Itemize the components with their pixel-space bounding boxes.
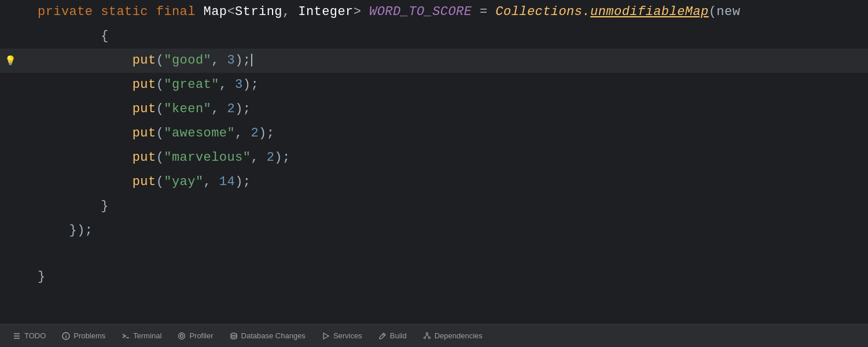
code-token-method-call: put bbox=[133, 102, 156, 116]
code-token-string: "yay" bbox=[164, 175, 203, 189]
todo-icon bbox=[13, 332, 21, 340]
code-token-plain: { bbox=[38, 29, 109, 43]
code-token-plain: ); bbox=[235, 175, 251, 189]
code-token-plain bbox=[38, 53, 133, 68]
code-token-method: unmodifiableMap bbox=[590, 5, 709, 19]
status-item-label-profiler: Profiler bbox=[189, 331, 213, 340]
code-token-number: 14 bbox=[219, 175, 235, 189]
code-token-number: 2 bbox=[267, 150, 275, 165]
db-changes-icon bbox=[230, 332, 238, 340]
dependencies-icon bbox=[423, 332, 431, 340]
code-token-plain: , bbox=[235, 126, 251, 141]
code-line: put("yay", 14); bbox=[0, 170, 868, 194]
code-token-plain: ( bbox=[156, 126, 164, 141]
code-line: put("keen", 2); bbox=[0, 97, 868, 121]
status-item-label-terminal: Terminal bbox=[133, 331, 161, 340]
status-item-db-changes[interactable]: Database Changes bbox=[222, 324, 314, 347]
code-line: private static final Map<String, Integer… bbox=[0, 0, 868, 24]
code-token-string: "awesome" bbox=[164, 126, 235, 141]
code-token-plain: < bbox=[227, 5, 235, 19]
code-token-plain bbox=[38, 175, 133, 189]
svg-point-7 bbox=[181, 334, 183, 337]
svg-text:i: i bbox=[65, 334, 67, 339]
code-token-plain: ); bbox=[274, 150, 290, 165]
code-line: put("awesome", 2); bbox=[0, 121, 868, 146]
svg-point-12 bbox=[424, 337, 425, 338]
code-token-plain: ); bbox=[259, 126, 274, 141]
code-line: }); bbox=[0, 219, 868, 243]
code-token-plain: , bbox=[211, 53, 227, 68]
code-token-plain: ); bbox=[235, 53, 251, 68]
status-item-dependencies[interactable]: Dependencies bbox=[415, 324, 491, 347]
code-token-plain: (new bbox=[709, 5, 741, 19]
status-item-problems[interactable]: iProblems bbox=[54, 324, 113, 347]
code-token-plain: ( bbox=[156, 77, 164, 92]
code-token-var-name: WORD_TO_SCORE bbox=[369, 5, 472, 19]
code-token-plain bbox=[38, 126, 133, 141]
svg-point-8 bbox=[231, 333, 237, 335]
code-token-method-call: put bbox=[133, 77, 156, 92]
build-icon bbox=[378, 332, 387, 340]
code-token-string: "marvelous" bbox=[164, 150, 251, 165]
status-item-todo[interactable]: TODO bbox=[5, 324, 54, 347]
code-token-kw: private static final bbox=[38, 5, 204, 19]
code-token-number: 2 bbox=[251, 126, 259, 141]
code-token-plain: , bbox=[204, 175, 219, 189]
code-token-plain: } bbox=[38, 199, 109, 213]
svg-point-6 bbox=[179, 333, 185, 339]
status-item-label-build: Build bbox=[390, 331, 407, 340]
code-content: private static final Map<String, Integer… bbox=[32, 1, 868, 23]
code-content: put("keen", 2); bbox=[32, 98, 868, 120]
lightbulb-icon[interactable]: 💡 bbox=[5, 55, 16, 67]
code-line: put("great", 3); bbox=[0, 73, 868, 97]
code-line: 💡 put("good", 3); bbox=[0, 49, 868, 73]
code-token-type-generic: Map bbox=[204, 5, 227, 19]
status-item-label-problems: Problems bbox=[73, 331, 105, 340]
code-token-string: "keen" bbox=[164, 102, 211, 116]
svg-point-11 bbox=[426, 333, 428, 334]
status-item-label-dependencies: Dependencies bbox=[435, 331, 483, 340]
code-token-number: 2 bbox=[227, 102, 235, 116]
problems-icon: i bbox=[62, 332, 70, 340]
code-token-number: 3 bbox=[227, 53, 235, 68]
status-item-terminal[interactable]: Terminal bbox=[113, 324, 170, 347]
code-token-plain: , bbox=[211, 102, 227, 116]
code-token-number: 3 bbox=[235, 77, 243, 92]
code-content: put("awesome", 2); bbox=[32, 123, 868, 145]
code-content: put("great", 3); bbox=[32, 74, 868, 96]
code-content: put("good", 3); bbox=[32, 50, 868, 72]
status-item-services[interactable]: Services bbox=[314, 324, 370, 347]
status-item-label-db-changes: Database Changes bbox=[241, 331, 306, 340]
code-token-plain: = bbox=[472, 5, 495, 19]
status-item-label-services: Services bbox=[333, 331, 362, 340]
code-line: put("marvelous", 2); bbox=[0, 146, 868, 170]
status-bar: TODOiProblemsTerminalProfilerDatabase Ch… bbox=[0, 324, 868, 347]
code-token-plain bbox=[38, 150, 133, 165]
status-item-build[interactable]: Build bbox=[370, 324, 415, 347]
code-token-plain: > bbox=[354, 5, 369, 19]
svg-line-15 bbox=[427, 334, 429, 337]
code-line: } bbox=[0, 194, 868, 219]
code-token-method-call: put bbox=[133, 175, 156, 189]
code-editor[interactable]: private static final Map<String, Integer… bbox=[0, 0, 868, 324]
svg-point-13 bbox=[428, 337, 430, 338]
code-token-method-call: put bbox=[133, 150, 156, 165]
code-token-plain bbox=[38, 102, 133, 116]
code-token-plain: ); bbox=[235, 102, 251, 116]
status-item-profiler[interactable]: Profiler bbox=[170, 324, 221, 347]
code-token-plain: ( bbox=[156, 53, 164, 68]
code-token-plain: ( bbox=[156, 175, 164, 189]
code-token-string: "good" bbox=[164, 53, 211, 68]
code-token-plain: ( bbox=[156, 102, 164, 116]
code-token-plain: } bbox=[38, 270, 46, 284]
code-line: } bbox=[0, 265, 868, 289]
code-token-method-call: put bbox=[133, 126, 156, 141]
code-token-type-generic: String bbox=[235, 5, 282, 19]
code-token-plain: ); bbox=[243, 77, 259, 92]
code-content: }); bbox=[32, 220, 868, 242]
code-line: { bbox=[0, 24, 868, 49]
svg-line-14 bbox=[425, 334, 427, 337]
code-line bbox=[0, 243, 868, 265]
code-token-plain: , bbox=[251, 150, 266, 165]
code-content: } bbox=[32, 266, 868, 288]
